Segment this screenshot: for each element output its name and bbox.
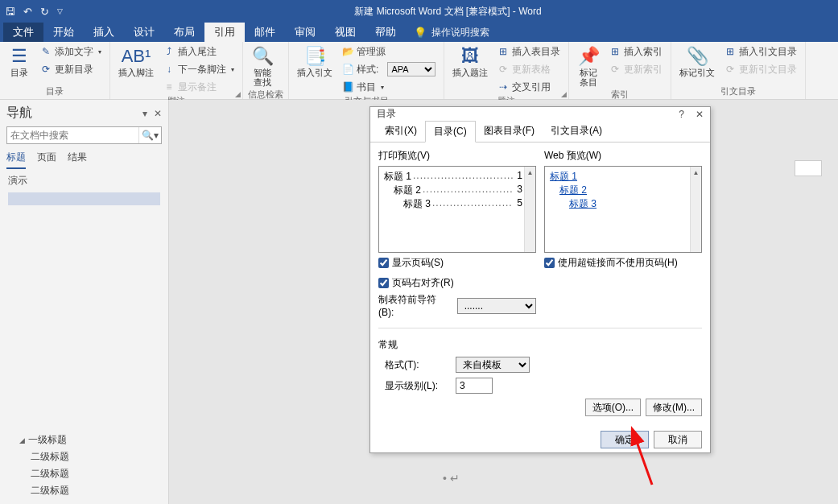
insert-caption-label: 插入题注	[452, 68, 488, 77]
citation-style-row: 📄样式: APA	[339, 61, 439, 77]
web-preview-link[interactable]: 标题 3	[550, 197, 688, 211]
format-label: 格式(T):	[385, 358, 449, 372]
toc-button[interactable]: ☰ 目录	[5, 43, 34, 79]
dialog-close-icon[interactable]: ✕	[696, 109, 704, 120]
use-hyperlinks-checkbox[interactable]	[544, 258, 555, 268]
tab-home[interactable]: 开始	[43, 23, 84, 42]
style-select[interactable]: APA	[387, 62, 436, 76]
nav-tab-results[interactable]: 结果	[68, 151, 87, 169]
nav-selection-highlight	[8, 192, 160, 205]
show-page-numbers-checkbox[interactable]	[378, 258, 389, 268]
refresh-icon: ⟳	[40, 64, 52, 75]
insert-citation-label: 插入引文	[297, 68, 332, 77]
outline-item-lvl2[interactable]: 二级标题	[3, 448, 165, 465]
dialog-help-icon[interactable]: ?	[679, 109, 684, 120]
nav-tab-headings[interactable]: 标题	[6, 151, 26, 169]
group-footnote: AB¹ 插入脚注 ⤴插入尾注 ↓下一条脚注▾ ≡显示备注 脚注 ◢	[110, 42, 243, 99]
nav-search-box[interactable]: 🔍▾	[6, 126, 162, 144]
navigation-pane: 导航 ▾ ✕ 🔍▾ 标题 页面 结果 演示 ◢一级标题 二级标题 二级标题 二级…	[0, 100, 169, 504]
dlg-tab-toa[interactable]: 引文目录(A)	[543, 121, 610, 142]
insert-footnote-label: 插入脚注	[118, 68, 154, 77]
save-icon[interactable]: 🖫	[5, 6, 15, 18]
nav-tab-pages[interactable]: 页面	[37, 151, 56, 169]
tab-references[interactable]: 引用	[204, 23, 245, 42]
tab-design[interactable]: 设计	[124, 23, 164, 42]
qat-dropdown-icon[interactable]: ▽	[57, 7, 63, 15]
tab-layout[interactable]: 布局	[164, 23, 204, 42]
cross-reference-button[interactable]: ⇢交叉引用	[494, 79, 563, 95]
tab-view[interactable]: 视图	[325, 23, 365, 42]
update-index-icon: ⟳	[609, 64, 621, 75]
undo-icon[interactable]: ↶	[23, 6, 32, 18]
leader-select[interactable]: .......	[457, 298, 536, 314]
ribbon-tabs: 文件 开始 插入 设计 布局 引用 邮件 审阅 视图 帮助 💡 操作说明搜索	[0, 23, 838, 42]
smart-lookup-button[interactable]: 🔍 智能 查找	[248, 43, 277, 89]
page-corner	[795, 160, 822, 176]
nav-title: 导航	[6, 105, 32, 122]
outline-item-lvl2[interactable]: 二级标题	[3, 465, 165, 482]
add-text-icon: ✎	[40, 46, 52, 57]
preview-scrollbar[interactable]: ▲	[690, 167, 701, 252]
citation-icon: 📑	[304, 45, 326, 68]
dlg-tab-index[interactable]: 索引(X)	[377, 121, 425, 142]
caption-launcher-icon[interactable]: ◢	[561, 90, 567, 98]
insert-citation-button[interactable]: 📑 插入引文	[294, 43, 336, 79]
update-index-button: ⟳更新索引	[606, 61, 666, 77]
add-text-button[interactable]: ✎添加文字▾	[37, 43, 105, 60]
group-label-toc: 目录	[5, 85, 105, 99]
insert-tof-button[interactable]: ⊞插入表目录	[494, 43, 563, 60]
outline-item-lvl2[interactable]: 二级标题	[3, 482, 165, 499]
collapse-triangle-icon[interactable]: ◢	[19, 436, 25, 444]
update-toc-button[interactable]: ⟳更新目录	[37, 61, 105, 77]
search-icon[interactable]: 🔍▾	[138, 127, 161, 143]
update-toa-icon: ⟳	[724, 64, 736, 75]
bibliography-icon: 📘	[342, 81, 353, 93]
insert-index-button[interactable]: ⊞插入索引	[606, 43, 666, 60]
quick-access-toolbar: 🖫 ↶ ↻ ▽	[5, 6, 63, 18]
dialog-title: 目录	[377, 107, 396, 121]
sources-icon: 📂	[342, 46, 353, 57]
levels-spinner[interactable]	[456, 378, 493, 394]
redo-icon[interactable]: ↻	[40, 6, 49, 18]
nav-dropdown-icon[interactable]: ▾	[142, 108, 147, 119]
web-preview-link[interactable]: 标题 1	[550, 170, 688, 184]
modify-button[interactable]: 修改(M)...	[646, 399, 702, 416]
insert-toa-button[interactable]: ⊞插入引文目录	[721, 43, 800, 60]
tab-mail[interactable]: 邮件	[245, 23, 285, 42]
right-align-checkbox[interactable]	[378, 278, 389, 288]
preview-scrollbar[interactable]: ▲	[524, 167, 535, 252]
cancel-button[interactable]: 取消	[654, 431, 702, 448]
mark-citation-icon: 📎	[687, 45, 708, 68]
nav-close-icon[interactable]: ✕	[154, 108, 162, 119]
insert-endnote-button[interactable]: ⤴插入尾注	[160, 43, 237, 60]
mark-citation-button[interactable]: 📎 标记引文	[676, 43, 718, 79]
dlg-tab-toc[interactable]: 目录(C)	[425, 121, 476, 143]
insert-caption-button[interactable]: 🖼 插入题注	[449, 43, 491, 79]
next-footnote-button[interactable]: ↓下一条脚注▾	[160, 61, 237, 77]
format-select[interactable]: 来自模板	[456, 357, 530, 373]
tab-insert[interactable]: 插入	[84, 23, 124, 42]
web-preview-label: Web 预览(W)	[544, 149, 702, 163]
dlg-tab-tof[interactable]: 图表目录(F)	[476, 121, 543, 142]
manage-sources-button[interactable]: 📂管理源	[339, 43, 439, 60]
nav-search-input[interactable]	[7, 127, 138, 143]
tab-file[interactable]: 文件	[3, 23, 43, 42]
ribbon: ☰ 目录 ✎添加文字▾ ⟳更新目录 目录 AB¹ 插入脚注 ⤴插入尾注 ↓下一条…	[0, 42, 838, 100]
tab-help[interactable]: 帮助	[365, 23, 406, 42]
insert-footnote-button[interactable]: AB¹ 插入脚注	[115, 43, 157, 79]
paragraph-mark: • ↵	[443, 472, 460, 485]
crossref-icon: ⇢	[497, 81, 509, 93]
print-preview-label: 打印预览(V)	[378, 149, 536, 163]
tell-me-search[interactable]: 💡 操作说明搜索	[414, 23, 489, 42]
web-preview-link[interactable]: 标题 2	[550, 184, 688, 197]
window-title: 新建 Microsoft Word 文档 [兼容模式] - Word	[63, 5, 833, 19]
right-align-label: 页码右对齐(R)	[392, 276, 454, 290]
ok-button[interactable]: 确定	[601, 431, 649, 448]
options-button[interactable]: 选项(O)...	[585, 399, 641, 416]
nav-outline: ◢一级标题 二级标题 二级标题 二级标题	[0, 427, 168, 504]
outline-item-lvl1[interactable]: ◢一级标题	[3, 432, 165, 448]
bibliography-button[interactable]: 📘书目▾	[339, 79, 439, 95]
mark-entry-button[interactable]: 📌 标记 条目	[574, 43, 603, 89]
footnote-launcher-icon[interactable]: ◢	[235, 90, 241, 98]
tab-review[interactable]: 审阅	[285, 23, 325, 42]
